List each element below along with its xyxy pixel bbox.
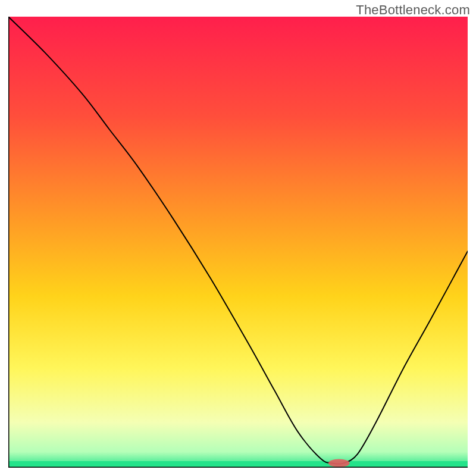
gradient-fill	[8, 17, 468, 468]
chart-svg	[8, 17, 468, 468]
plot-area	[8, 17, 468, 468]
watermark-label: TheBottleneck.com	[356, 2, 470, 18]
bottom-green-band	[8, 461, 468, 468]
chart-frame: TheBottleneck.com	[0, 0, 476, 476]
minimum-marker	[328, 459, 350, 468]
